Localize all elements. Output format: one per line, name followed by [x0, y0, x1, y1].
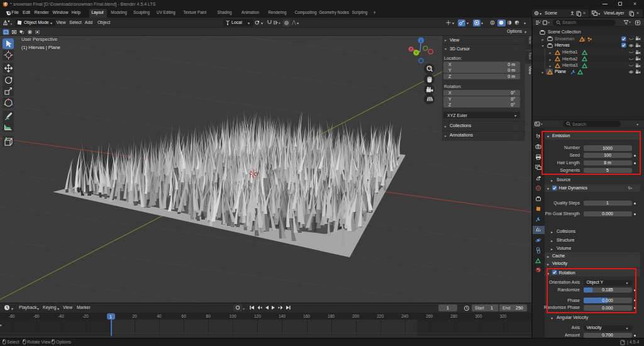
- svg-text:Y: Y: [415, 51, 418, 55]
- svg-text:X: X: [410, 47, 413, 51]
- svg-text:Z: Z: [420, 39, 423, 43]
